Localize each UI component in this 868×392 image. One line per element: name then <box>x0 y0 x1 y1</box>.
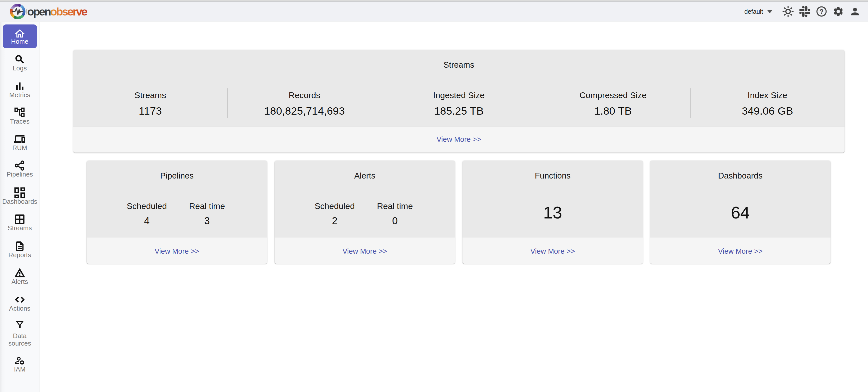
svg-text:openobserve: openobserve <box>27 5 88 18</box>
svg-text:?: ? <box>819 8 824 15</box>
